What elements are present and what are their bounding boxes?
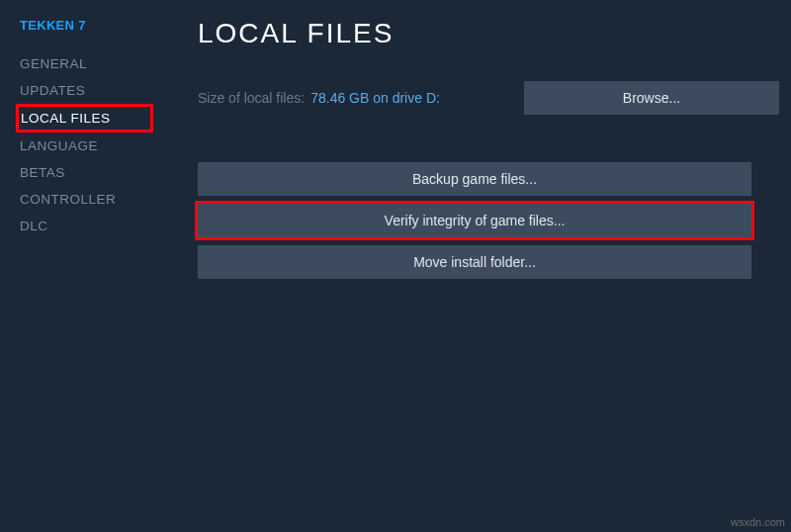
sidebar-item-updates[interactable]: UPDATES bbox=[20, 77, 85, 104]
sidebar-item-general[interactable]: GENERAL bbox=[20, 50, 87, 77]
verify-button[interactable]: Verify integrity of game files... bbox=[198, 204, 751, 237]
backup-button[interactable]: Backup game files... bbox=[198, 162, 751, 196]
sidebar-item-local-files[interactable]: LOCAL FILES bbox=[16, 104, 153, 133]
watermark: wsxdn.com bbox=[731, 516, 785, 528]
page-title: LOCAL FILES bbox=[198, 18, 779, 49]
sidebar-item-dlc[interactable]: DLC bbox=[20, 213, 48, 239]
local-size-row: Size of local files: 78.46 GB on drive D… bbox=[198, 81, 779, 115]
move-button[interactable]: Move install folder... bbox=[198, 245, 751, 279]
game-title: TEKKEN 7 bbox=[20, 18, 168, 33]
sidebar-item-controller[interactable]: CONTROLLER bbox=[20, 186, 116, 213]
local-size-label: Size of local files: bbox=[198, 90, 305, 106]
browse-button[interactable]: Browse... bbox=[524, 81, 779, 115]
main-panel: LOCAL FILES Size of local files: 78.46 G… bbox=[168, 0, 791, 532]
sidebar-item-betas[interactable]: BETAS bbox=[20, 159, 65, 186]
sidebar: TEKKEN 7 GENERAL UPDATES LOCAL FILES LAN… bbox=[0, 0, 168, 532]
action-buttons: Backup game files... Verify integrity of… bbox=[198, 162, 751, 279]
sidebar-item-language[interactable]: LANGUAGE bbox=[20, 133, 98, 159]
local-size-value: 78.46 GB on drive D: bbox=[310, 90, 440, 106]
